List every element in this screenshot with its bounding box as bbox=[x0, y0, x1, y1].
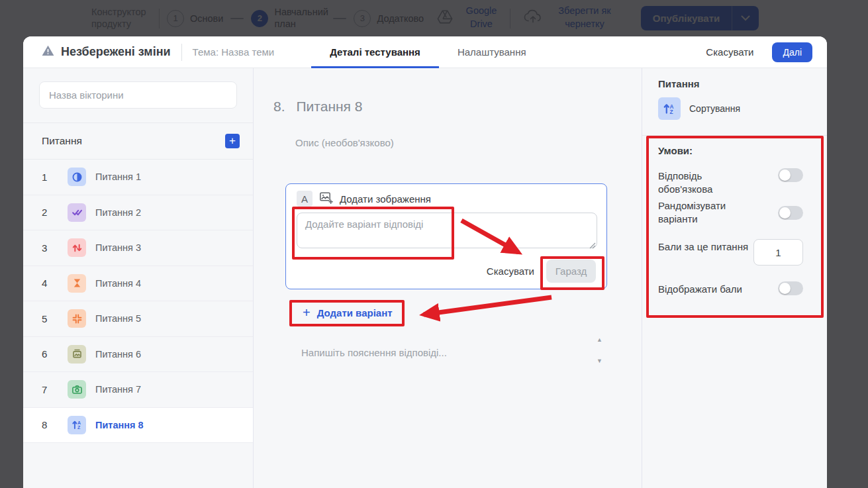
swap-vertical-icon bbox=[68, 238, 86, 257]
question-type-label: Сортування bbox=[689, 103, 740, 114]
unsaved-changes-title: Незбережені зміни bbox=[61, 45, 171, 59]
show-points-label: Відображати бали bbox=[658, 283, 759, 296]
sidebar-item-question-6[interactable]: 6Питання 6 bbox=[23, 337, 253, 373]
modal-header: Незбережені зміни Тема: Назва теми Детал… bbox=[23, 36, 827, 68]
randomize-options-label: Рандомізувати варіанти bbox=[658, 199, 759, 226]
add-option-label: Додати варіант bbox=[317, 307, 393, 318]
question-row-number: 3 bbox=[42, 242, 56, 254]
answer-option-input[interactable] bbox=[297, 213, 597, 248]
question-number: 8. bbox=[273, 99, 285, 115]
panel-divider bbox=[642, 135, 827, 136]
toggle-knob bbox=[779, 207, 791, 219]
question-row-number: 8 bbox=[42, 419, 56, 430]
tab-settings[interactable]: Налаштування bbox=[439, 36, 545, 68]
question-row-number: 1 bbox=[42, 171, 56, 183]
points-label: Бали за це питання bbox=[658, 240, 759, 254]
questions-list-header: Питання + bbox=[23, 123, 253, 160]
scroll-down-icon[interactable]: ▼ bbox=[597, 358, 603, 364]
question-row-label: Питання 3 bbox=[95, 242, 141, 253]
quiz-editor-modal: Незбережені зміни Тема: Назва теми Детал… bbox=[23, 36, 827, 488]
question-row-number: 5 bbox=[42, 313, 56, 324]
answer-required-toggle[interactable] bbox=[778, 168, 803, 182]
questions-sidebar: Питання + 1Питання 12Питання 23Питання 3… bbox=[23, 68, 254, 488]
svg-text:Z: Z bbox=[670, 109, 673, 115]
collapse-arrows-icon bbox=[68, 309, 86, 328]
question-row-number: 4 bbox=[42, 277, 56, 289]
sort-az-icon: AZ bbox=[68, 416, 86, 434]
question-row-label: Питання 8 bbox=[95, 420, 144, 430]
conditions-header: Умови: bbox=[658, 145, 693, 156]
plus-icon: + bbox=[303, 305, 311, 320]
topic-label: Тема: Назва теми bbox=[193, 46, 275, 58]
add-image-label[interactable]: Додати зображення bbox=[340, 193, 431, 205]
modal-tabs: Деталі тестування Налаштування bbox=[311, 36, 544, 68]
add-option-button[interactable]: + Додати варіант bbox=[303, 305, 393, 320]
question-row-number: 7 bbox=[42, 384, 56, 395]
quiz-name-input[interactable] bbox=[39, 81, 237, 109]
points-input[interactable] bbox=[753, 239, 803, 266]
text-format-button[interactable]: A bbox=[297, 191, 313, 207]
question-row-label: Питання 4 bbox=[95, 278, 141, 289]
cancel-button[interactable]: Скасувати bbox=[706, 46, 753, 58]
answer-required-label: Відповідь обов'язкова bbox=[658, 170, 759, 197]
sidebar-item-question-5[interactable]: 5Питання 5 bbox=[23, 301, 253, 337]
question-list: 1Питання 12Питання 23Питання 34Питання 4… bbox=[23, 160, 253, 443]
app-screen: Конструктор продукту 1 Основи 2 Навчальн… bbox=[0, 0, 868, 488]
question-row-label: Питання 5 bbox=[95, 313, 141, 324]
question-row-label: Питання 6 bbox=[95, 349, 141, 360]
editor-toolbar: A Додати зображення bbox=[297, 191, 431, 207]
show-points-toggle[interactable] bbox=[778, 281, 803, 295]
next-button[interactable]: Далі bbox=[772, 42, 812, 62]
question-row-number: 6 bbox=[42, 348, 56, 360]
svg-text:A: A bbox=[77, 420, 80, 425]
question-row-label: Питання 2 bbox=[95, 207, 141, 218]
resize-handle[interactable] bbox=[589, 240, 596, 252]
double-check-icon bbox=[68, 203, 86, 222]
question-row-label: Питання 7 bbox=[95, 384, 141, 395]
sidebar-item-question-4[interactable]: 4Питання 4 bbox=[23, 266, 253, 302]
question-editor-area: 8. Питання 8 Опис (необов'язково) A bbox=[254, 68, 642, 488]
sort-az-icon: AZ bbox=[658, 97, 681, 120]
toggle-knob bbox=[779, 283, 791, 294]
modal-body: Питання + 1Питання 12Питання 23Питання 3… bbox=[23, 68, 827, 488]
add-question-button[interactable]: + bbox=[225, 134, 240, 148]
question-row-label: Питання 1 bbox=[95, 171, 141, 182]
editor-cancel-button[interactable]: Скасувати bbox=[487, 266, 534, 277]
scroll-up-icon[interactable]: ▲ bbox=[597, 336, 603, 343]
hourglass-icon bbox=[68, 274, 86, 293]
contrast-icon bbox=[68, 168, 86, 186]
question-title-text[interactable]: Питання 8 bbox=[297, 99, 363, 115]
question-description-placeholder[interactable]: Опис (необов'язково) bbox=[295, 137, 394, 148]
warning-icon bbox=[42, 45, 54, 59]
sidebar-item-question-8[interactable]: 8AZПитання 8 bbox=[23, 408, 253, 444]
toggle-knob bbox=[779, 170, 791, 181]
questions-header-label: Питання bbox=[42, 135, 82, 147]
question-title: 8. Питання 8 bbox=[273, 99, 362, 115]
panel-question-header: Питання bbox=[658, 78, 700, 89]
header-actions: Скасувати Далі bbox=[706, 42, 827, 62]
camera-icon bbox=[68, 380, 86, 399]
quiz-name-section bbox=[23, 68, 253, 123]
sidebar-item-question-3[interactable]: 3Питання 3 bbox=[23, 230, 253, 266]
question-settings-panel: Питання AZ Сортування Умови: Відповідь о… bbox=[642, 68, 827, 488]
explanation-placeholder[interactable]: Напишіть пояснення відповіді... bbox=[301, 347, 447, 358]
editor-actions: Скасувати Гаразд bbox=[487, 260, 596, 283]
answer-option-editor: A Додати зображення bbox=[285, 183, 607, 289]
tab-test-details[interactable]: Деталі тестування bbox=[311, 36, 439, 68]
add-image-icon[interactable] bbox=[319, 191, 333, 207]
sidebar-item-question-7[interactable]: 7Питання 7 bbox=[23, 372, 253, 408]
sidebar-item-question-1[interactable]: 1Питання 1 bbox=[23, 160, 253, 195]
gallery-icon bbox=[68, 345, 86, 364]
sidebar-item-question-2[interactable]: 2Питання 2 bbox=[23, 195, 253, 231]
question-row-number: 2 bbox=[42, 207, 56, 218]
svg-text:Z: Z bbox=[77, 426, 80, 430]
randomize-options-toggle[interactable] bbox=[778, 206, 803, 220]
question-type-row[interactable]: AZ Сортування bbox=[658, 97, 740, 120]
editor-ok-button[interactable]: Гаразд bbox=[546, 260, 596, 283]
header-divider bbox=[181, 44, 182, 61]
